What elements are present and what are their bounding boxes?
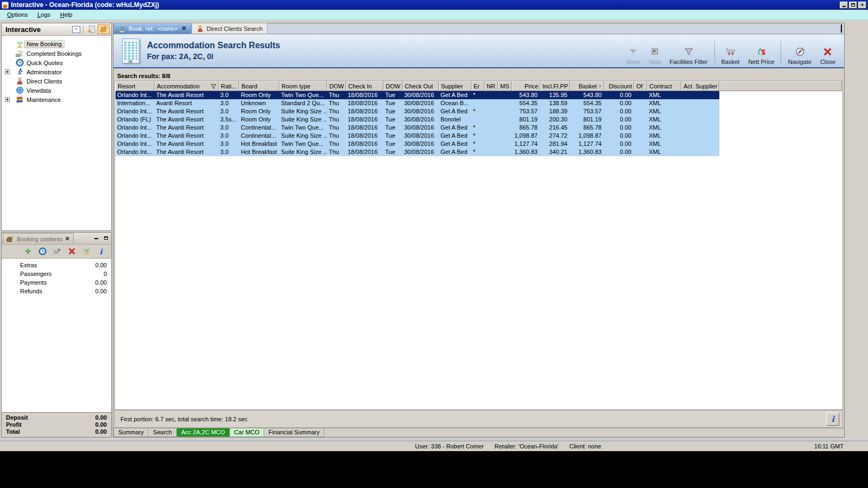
window-minimize-button[interactable] (840, 2, 848, 9)
sidebar-collapse-button[interactable]: − (72, 26, 80, 33)
cell-board: Continental... (239, 132, 279, 140)
menu-help[interactable]: Help (55, 10, 78, 19)
list-item[interactable]: Payments 0.00 (2, 278, 111, 287)
cell-accommodation: Avanti Resort (155, 99, 219, 107)
add-item-button[interactable] (23, 247, 33, 256)
column-header-resort[interactable]: Resort (116, 81, 155, 91)
column-header-check-out[interactable]: Check Out (403, 81, 439, 91)
column-header-discount[interactable]: Discount (604, 81, 634, 91)
window-close-button[interactable]: × (858, 2, 866, 9)
sidebar-link-button[interactable] (86, 25, 96, 34)
sidebar-item-administrator[interactable]: Administrator (2, 67, 111, 76)
table-row[interactable]: Orlando Int...The Avanti Resort3.0Contin… (116, 132, 719, 140)
column-header-check-in[interactable]: Check In (346, 81, 384, 91)
cell-basket: 1,127.74 (570, 140, 604, 148)
column-header-nr[interactable]: NR (484, 81, 498, 91)
cell-basket: 1,098.87 (570, 132, 604, 140)
table-row[interactable]: Orlando (FL)The Avanti Resort3.5s...Room… (116, 115, 719, 124)
app-logo-icon (2, 2, 9, 9)
navigate-button[interactable]: Navigate (783, 39, 815, 65)
tab-booking-ref[interactable]: Book. ref.: <none> ✕ (113, 23, 192, 34)
cell-dow-in: Thu (327, 140, 346, 148)
list-item[interactable]: Extras 0.00 (2, 261, 111, 269)
basket-button[interactable]: Basket (717, 39, 744, 65)
status-clock: 16:11 GMT (814, 443, 844, 450)
column-header-dow-in[interactable]: DOW (327, 81, 346, 91)
panel-maximize-button[interactable] (103, 234, 109, 240)
sidebar-item-completed-bookings[interactable]: Completed Bookings (2, 49, 111, 58)
expand-plus-icon[interactable] (5, 97, 10, 102)
table-row[interactable]: Orlando Int...The Avanti Resort3.0Room O… (116, 91, 719, 99)
column-header-basket[interactable]: Basket▼ (570, 81, 604, 91)
table-row[interactable]: Orlando Int...The Avanti Resort3.0Room O… (116, 107, 719, 115)
column-header-ms[interactable]: MS (498, 81, 512, 91)
list-item[interactable]: Refunds 0.00 (2, 287, 111, 296)
table-row[interactable]: Orlando Int...The Avanti Resort3.0Hot Br… (116, 148, 719, 156)
tab-car-mco[interactable]: Car MCO (230, 428, 264, 437)
sidebar-item-viewdata[interactable]: Viewdata (2, 86, 111, 95)
cell-price: 1,127.74 (512, 140, 540, 148)
column-header-dow-out[interactable]: DOW (384, 81, 403, 91)
column-header-supplier[interactable]: Supplier (439, 81, 471, 91)
close-icon[interactable]: ✕ (182, 25, 187, 32)
move-to-basket-button[interactable] (52, 247, 62, 256)
close-results-button[interactable]: Close (816, 39, 840, 65)
table-row[interactable]: Internation...Avanti Resort3.0UnknownSta… (116, 99, 719, 107)
info-button[interactable] (96, 247, 106, 256)
tab-financial-summary[interactable]: Financial Summary (264, 428, 324, 437)
cell-nr (484, 140, 498, 148)
cell-of (634, 115, 647, 124)
sidebar-item-new-booking[interactable]: New Booking (2, 40, 111, 49)
tab-booking-contents[interactable]: Booking contents ✕ (3, 233, 74, 244)
cell-discount: 0.00 (604, 140, 634, 148)
funnel-icon (684, 47, 693, 56)
filter-funnel-icon[interactable] (210, 84, 216, 89)
tab-acc-2a2c-mco[interactable]: Acc 2A,2C MCO (177, 428, 230, 437)
tab-summary[interactable]: Summary (113, 428, 149, 437)
expand-plus-icon[interactable] (5, 69, 10, 74)
more-button[interactable]: More (622, 39, 644, 65)
window-maximize-button[interactable] (849, 2, 857, 9)
delete-item-button[interactable] (67, 247, 76, 256)
quick-quote-button[interactable] (37, 247, 47, 256)
nett-price-button[interactable]: Nett Price (744, 39, 778, 65)
column-header-of[interactable]: Of (634, 81, 647, 91)
cell-of (634, 148, 647, 156)
maximize-icon (851, 3, 855, 7)
column-header-price[interactable]: Price (512, 81, 540, 91)
sidebar-item-maintenance[interactable]: Maintenance (2, 95, 111, 104)
menu-logs[interactable]: Logs (33, 10, 55, 19)
column-header-incl-fl-pp[interactable]: Incl.Fl.PP (540, 81, 570, 91)
menu-options[interactable]: Options (2, 10, 33, 19)
table-row[interactable]: Orlando Int...The Avanti Resort3.0Contin… (116, 124, 719, 132)
column-header-contract[interactable]: Contract (647, 81, 681, 91)
cell-board: Continental... (239, 124, 279, 132)
new-booking-button[interactable] (81, 247, 91, 256)
cell-of (634, 99, 647, 107)
close-icon[interactable]: ✕ (65, 235, 69, 242)
cell-basket: 1,360.83 (570, 148, 604, 156)
column-header-er[interactable]: Er (471, 81, 484, 91)
tool-label: Basket (722, 59, 740, 65)
sidebar-item-quick-quotes[interactable]: Quick Quotes (2, 58, 111, 67)
list-item[interactable]: Passengers 0 (2, 269, 111, 278)
info-button[interactable]: i (826, 413, 839, 426)
tab-direct-clients-search[interactable]: Direct Clients Search (192, 23, 267, 34)
column-header-rating[interactable]: Rati... (219, 81, 239, 91)
panel-maximize-button[interactable] (841, 25, 842, 32)
panel-minimize-button[interactable] (93, 234, 99, 240)
tab-search[interactable]: Search (149, 428, 177, 437)
sidebar-sync-button[interactable] (98, 24, 110, 34)
column-header-act-supplier[interactable]: Act. Supplier (681, 81, 719, 91)
cell-supplier: Get A Bed (439, 91, 471, 99)
search-results-count: Search results: 8/8 (113, 71, 844, 81)
cart-icon (725, 47, 736, 56)
table-row[interactable]: Orlando Int...The Avanti Resort3.0Hot Br… (116, 140, 719, 148)
facilities-filter-button[interactable]: Facilities Filter (665, 39, 712, 65)
column-header-accommodation[interactable]: Accommodation (155, 81, 219, 91)
tree-item-label: Completed Bookings (24, 50, 82, 57)
column-header-room-type[interactable]: Room type (279, 81, 327, 91)
stop-button[interactable]: Stop (644, 39, 666, 65)
column-header-board[interactable]: Board (239, 81, 279, 91)
sidebar-item-direct-clients[interactable]: Direct Clients (2, 76, 111, 86)
